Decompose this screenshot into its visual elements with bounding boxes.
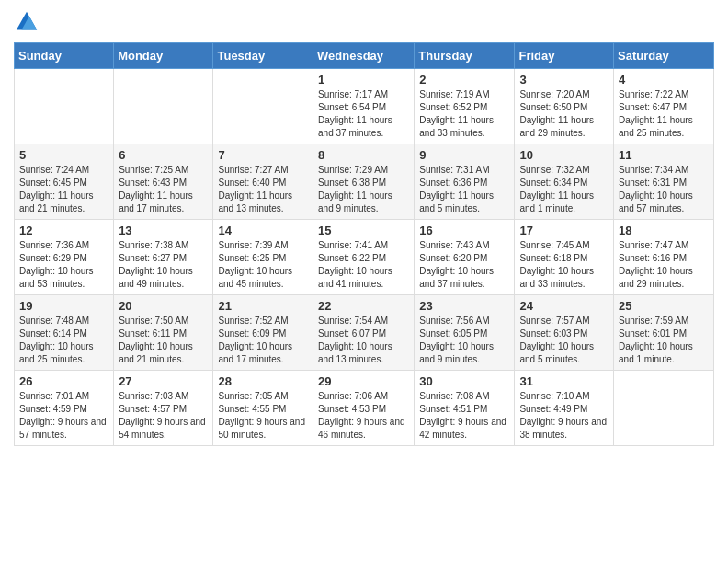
day-number: 22 (318, 299, 409, 313)
day-info: Sunrise: 7:47 AM Sunset: 6:16 PM Dayligh… (619, 239, 709, 291)
calendar-cell: 4Sunrise: 7:22 AM Sunset: 6:47 PM Daylig… (614, 69, 714, 144)
weekday-header: Tuesday (213, 43, 313, 69)
day-info: Sunrise: 7:31 AM Sunset: 6:36 PM Dayligh… (419, 164, 509, 215)
day-number: 8 (318, 148, 409, 162)
calendar-cell: 14Sunrise: 7:39 AM Sunset: 6:25 PM Dayli… (213, 220, 313, 295)
calendar-cell: 25Sunrise: 7:59 AM Sunset: 6:01 PM Dayli… (614, 295, 714, 371)
calendar-cell: 6Sunrise: 7:25 AM Sunset: 6:43 PM Daylig… (114, 144, 213, 220)
calendar-cell (15, 69, 114, 144)
day-number: 3 (519, 73, 609, 86)
day-number: 14 (218, 224, 308, 237)
day-info: Sunrise: 7:27 AM Sunset: 6:40 PM Dayligh… (218, 164, 308, 215)
calendar-week-row: 1Sunrise: 7:17 AM Sunset: 6:54 PM Daylig… (15, 69, 714, 144)
day-info: Sunrise: 7:39 AM Sunset: 6:25 PM Dayligh… (218, 239, 308, 291)
calendar-cell: 9Sunrise: 7:31 AM Sunset: 6:36 PM Daylig… (415, 144, 515, 220)
day-number: 28 (218, 374, 308, 388)
weekday-header: Friday (515, 43, 614, 69)
calendar-cell: 20Sunrise: 7:50 AM Sunset: 6:11 PM Dayli… (114, 295, 213, 371)
day-info: Sunrise: 7:54 AM Sunset: 6:07 PM Dayligh… (318, 315, 409, 366)
day-number: 1 (318, 73, 409, 86)
logo (14, 9, 43, 35)
day-info: Sunrise: 7:56 AM Sunset: 6:05 PM Dayligh… (419, 315, 509, 366)
weekday-header: Saturday (614, 43, 714, 69)
day-number: 10 (519, 148, 609, 162)
day-number: 2 (419, 73, 509, 86)
calendar-cell: 13Sunrise: 7:38 AM Sunset: 6:27 PM Dayli… (114, 220, 213, 295)
day-info: Sunrise: 7:36 AM Sunset: 6:29 PM Dayligh… (19, 239, 108, 291)
day-info: Sunrise: 7:34 AM Sunset: 6:31 PM Dayligh… (619, 164, 709, 215)
day-info: Sunrise: 7:25 AM Sunset: 6:43 PM Dayligh… (119, 164, 208, 215)
day-number: 13 (119, 224, 208, 237)
day-number: 11 (619, 148, 709, 162)
calendar-cell: 23Sunrise: 7:56 AM Sunset: 6:05 PM Dayli… (415, 295, 515, 371)
day-info: Sunrise: 7:41 AM Sunset: 6:22 PM Dayligh… (318, 239, 409, 291)
day-number: 26 (19, 374, 108, 388)
day-number: 4 (619, 73, 709, 86)
calendar-week-row: 12Sunrise: 7:36 AM Sunset: 6:29 PM Dayli… (15, 220, 714, 295)
day-number: 19 (19, 299, 108, 313)
calendar-cell: 26Sunrise: 7:01 AM Sunset: 4:59 PM Dayli… (15, 371, 114, 446)
calendar-cell: 11Sunrise: 7:34 AM Sunset: 6:31 PM Dayli… (614, 144, 714, 220)
calendar-cell: 16Sunrise: 7:43 AM Sunset: 6:20 PM Dayli… (415, 220, 515, 295)
day-info: Sunrise: 7:38 AM Sunset: 6:27 PM Dayligh… (119, 239, 208, 291)
day-number: 24 (519, 299, 609, 313)
calendar-cell: 3Sunrise: 7:20 AM Sunset: 6:50 PM Daylig… (515, 69, 614, 144)
day-number: 9 (419, 148, 509, 162)
day-number: 18 (619, 224, 709, 237)
day-info: Sunrise: 7:48 AM Sunset: 6:14 PM Dayligh… (19, 315, 108, 366)
calendar: SundayMondayTuesdayWednesdayThursdayFrid… (14, 42, 714, 446)
day-number: 17 (519, 224, 609, 237)
day-info: Sunrise: 7:57 AM Sunset: 6:03 PM Dayligh… (519, 315, 609, 366)
calendar-cell: 15Sunrise: 7:41 AM Sunset: 6:22 PM Dayli… (313, 220, 415, 295)
day-info: Sunrise: 7:50 AM Sunset: 6:11 PM Dayligh… (119, 315, 208, 366)
calendar-cell: 8Sunrise: 7:29 AM Sunset: 6:38 PM Daylig… (313, 144, 415, 220)
weekday-header: Thursday (415, 43, 515, 69)
day-info: Sunrise: 7:32 AM Sunset: 6:34 PM Dayligh… (519, 164, 609, 215)
day-info: Sunrise: 7:17 AM Sunset: 6:54 PM Dayligh… (318, 88, 409, 140)
calendar-cell: 5Sunrise: 7:24 AM Sunset: 6:45 PM Daylig… (15, 144, 114, 220)
day-info: Sunrise: 7:29 AM Sunset: 6:38 PM Dayligh… (318, 164, 409, 215)
calendar-cell (614, 371, 714, 446)
day-number: 7 (218, 148, 308, 162)
calendar-cell (114, 69, 213, 144)
day-number: 16 (419, 224, 509, 237)
day-number: 30 (419, 374, 509, 388)
day-number: 31 (519, 374, 609, 388)
day-info: Sunrise: 7:59 AM Sunset: 6:01 PM Dayligh… (619, 315, 709, 366)
day-info: Sunrise: 7:43 AM Sunset: 6:20 PM Dayligh… (419, 239, 509, 291)
calendar-cell: 31Sunrise: 7:10 AM Sunset: 4:49 PM Dayli… (515, 371, 614, 446)
calendar-cell: 18Sunrise: 7:47 AM Sunset: 6:16 PM Dayli… (614, 220, 714, 295)
day-number: 27 (119, 374, 208, 388)
calendar-cell: 22Sunrise: 7:54 AM Sunset: 6:07 PM Dayli… (313, 295, 415, 371)
day-info: Sunrise: 7:10 AM Sunset: 4:49 PM Dayligh… (519, 390, 609, 442)
day-number: 25 (619, 299, 709, 313)
calendar-week-row: 26Sunrise: 7:01 AM Sunset: 4:59 PM Dayli… (15, 371, 714, 446)
day-number: 21 (218, 299, 308, 313)
calendar-week-row: 5Sunrise: 7:24 AM Sunset: 6:45 PM Daylig… (15, 144, 714, 220)
day-number: 5 (19, 148, 108, 162)
day-info: Sunrise: 7:01 AM Sunset: 4:59 PM Dayligh… (19, 390, 108, 442)
calendar-cell: 1Sunrise: 7:17 AM Sunset: 6:54 PM Daylig… (313, 69, 415, 144)
day-number: 29 (318, 374, 409, 388)
calendar-cell: 17Sunrise: 7:45 AM Sunset: 6:18 PM Dayli… (515, 220, 614, 295)
weekday-header-row: SundayMondayTuesdayWednesdayThursdayFrid… (15, 43, 714, 69)
calendar-cell: 2Sunrise: 7:19 AM Sunset: 6:52 PM Daylig… (415, 69, 515, 144)
day-info: Sunrise: 7:08 AM Sunset: 4:51 PM Dayligh… (419, 390, 509, 442)
calendar-cell: 21Sunrise: 7:52 AM Sunset: 6:09 PM Dayli… (213, 295, 313, 371)
day-info: Sunrise: 7:19 AM Sunset: 6:52 PM Dayligh… (419, 88, 509, 140)
calendar-cell: 10Sunrise: 7:32 AM Sunset: 6:34 PM Dayli… (515, 144, 614, 220)
day-number: 23 (419, 299, 509, 313)
day-info: Sunrise: 7:52 AM Sunset: 6:09 PM Dayligh… (218, 315, 308, 366)
weekday-header: Monday (114, 43, 213, 69)
logo-icon (14, 9, 40, 35)
page-header (14, 9, 714, 35)
calendar-cell: 7Sunrise: 7:27 AM Sunset: 6:40 PM Daylig… (213, 144, 313, 220)
calendar-cell: 24Sunrise: 7:57 AM Sunset: 6:03 PM Dayli… (515, 295, 614, 371)
day-info: Sunrise: 7:22 AM Sunset: 6:47 PM Dayligh… (619, 88, 709, 140)
day-number: 15 (318, 224, 409, 237)
day-number: 12 (19, 224, 108, 237)
day-info: Sunrise: 7:06 AM Sunset: 4:53 PM Dayligh… (318, 390, 409, 442)
calendar-week-row: 19Sunrise: 7:48 AM Sunset: 6:14 PM Dayli… (15, 295, 714, 371)
calendar-cell: 30Sunrise: 7:08 AM Sunset: 4:51 PM Dayli… (415, 371, 515, 446)
weekday-header: Sunday (15, 43, 114, 69)
